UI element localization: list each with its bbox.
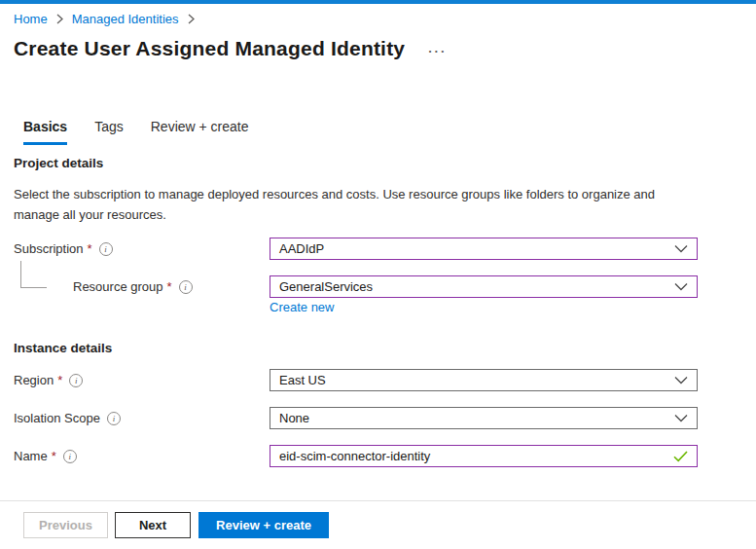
isolation-scope-label: Isolation Scope — [14, 407, 121, 429]
info-icon[interactable] — [99, 242, 113, 256]
chevron-right-icon — [56, 14, 63, 24]
info-icon[interactable] — [63, 450, 77, 463]
subscription-value: AADIdP — [279, 241, 324, 256]
info-icon[interactable] — [69, 374, 83, 387]
create-managed-identity-page: Home Managed Identities Create User Assi… — [0, 0, 756, 549]
chevron-right-icon — [188, 14, 195, 24]
check-icon — [673, 451, 688, 462]
title-row: Create User Assigned Managed Identity ··… — [14, 37, 447, 60]
info-icon[interactable] — [107, 412, 121, 425]
breadcrumb-link-home[interactable]: Home — [14, 12, 48, 26]
chevron-down-icon — [674, 244, 688, 253]
name-label-text: Name — [14, 449, 48, 463]
top-accent-bar — [0, 0, 756, 4]
previous-button[interactable]: Previous — [23, 512, 108, 538]
required-asterisk: * — [167, 279, 172, 294]
name-field-wrapper — [270, 445, 698, 467]
subscription-dropdown[interactable]: AADIdP — [270, 238, 698, 260]
page-title: Create User Assigned Managed Identity — [14, 37, 405, 60]
tab-bar: Basics Tags Review + create — [23, 119, 276, 145]
breadcrumb-link-managed-identities[interactable]: Managed Identities — [72, 12, 179, 26]
region-dropdown[interactable]: East US — [270, 369, 698, 391]
subscription-label-text: Subscription — [14, 241, 84, 256]
name-input[interactable] — [279, 446, 666, 466]
next-button[interactable]: Next — [115, 512, 191, 538]
subscription-row: Subscription * AADIdP — [0, 238, 756, 260]
project-details-description: Select the subscription to manage deploy… — [14, 184, 660, 225]
region-label: Region * — [14, 369, 83, 391]
isolation-scope-dropdown[interactable]: None — [270, 407, 698, 429]
name-row: Name * — [0, 445, 756, 467]
subscription-label: Subscription * — [14, 238, 113, 260]
region-value: East US — [279, 373, 326, 387]
required-asterisk: * — [57, 373, 62, 387]
resource-group-dropdown[interactable]: GeneralServices — [270, 275, 698, 298]
create-new-resource-group-link[interactable]: Create new — [270, 300, 334, 314]
breadcrumb: Home Managed Identities — [14, 12, 203, 26]
project-details-heading: Project details — [14, 156, 103, 170]
region-row: Region * East US — [0, 369, 756, 391]
isolation-scope-label-text: Isolation Scope — [14, 411, 100, 425]
required-asterisk: * — [88, 241, 92, 256]
footer-button-bar: Previous Next Review + create — [23, 512, 329, 538]
name-label: Name * — [14, 445, 77, 467]
resource-group-label-text: Resource group — [73, 279, 163, 294]
tab-basics[interactable]: Basics — [23, 119, 67, 145]
review-create-button[interactable]: Review + create — [198, 512, 329, 538]
tab-review-create[interactable]: Review + create — [151, 119, 249, 145]
region-label-text: Region — [14, 373, 54, 387]
tab-tags[interactable]: Tags — [94, 119, 124, 145]
chevron-down-icon — [674, 282, 688, 291]
resource-group-value: GeneralServices — [279, 279, 373, 294]
resource-group-row: Resource group * GeneralServices — [0, 275, 756, 298]
required-asterisk: * — [52, 449, 56, 463]
chevron-down-icon — [674, 376, 688, 384]
instance-details-heading: Instance details — [14, 341, 112, 355]
chevron-down-icon — [674, 414, 688, 422]
footer-divider — [0, 500, 756, 501]
isolation-scope-value: None — [279, 411, 309, 425]
resource-group-label: Resource group * — [73, 275, 193, 298]
more-options-icon[interactable]: ··· — [428, 44, 447, 58]
isolation-scope-row: Isolation Scope None — [0, 407, 756, 429]
info-icon[interactable] — [179, 280, 193, 294]
